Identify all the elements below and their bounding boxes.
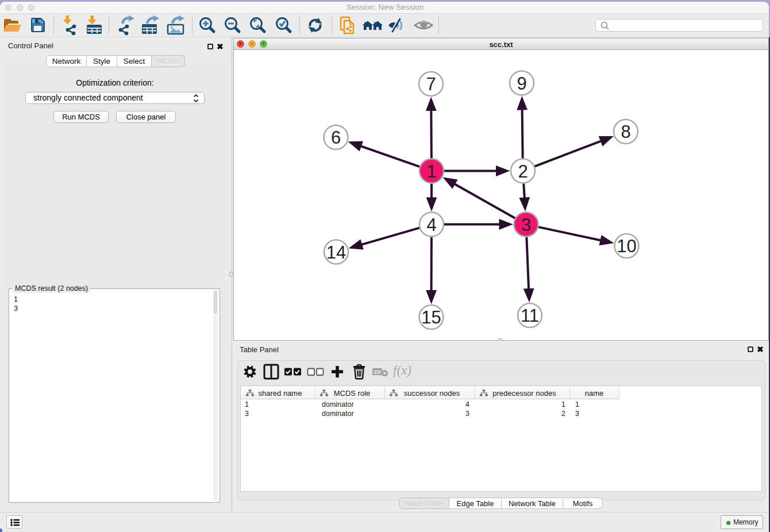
svg-text:2: 2 <box>518 161 528 182</box>
svg-text:6: 6 <box>331 128 341 148</box>
svg-text:8: 8 <box>621 122 630 142</box>
svg-text:11: 11 <box>521 306 539 326</box>
svg-text:1: 1 <box>426 161 436 182</box>
svg-text:4: 4 <box>426 215 436 235</box>
svg-text:14: 14 <box>326 242 346 263</box>
svg-text:9: 9 <box>517 74 526 94</box>
svg-text:3: 3 <box>521 215 531 235</box>
svg-text:7: 7 <box>426 74 436 94</box>
svg-text:15: 15 <box>421 307 441 327</box>
svg-text:10: 10 <box>617 236 636 256</box>
